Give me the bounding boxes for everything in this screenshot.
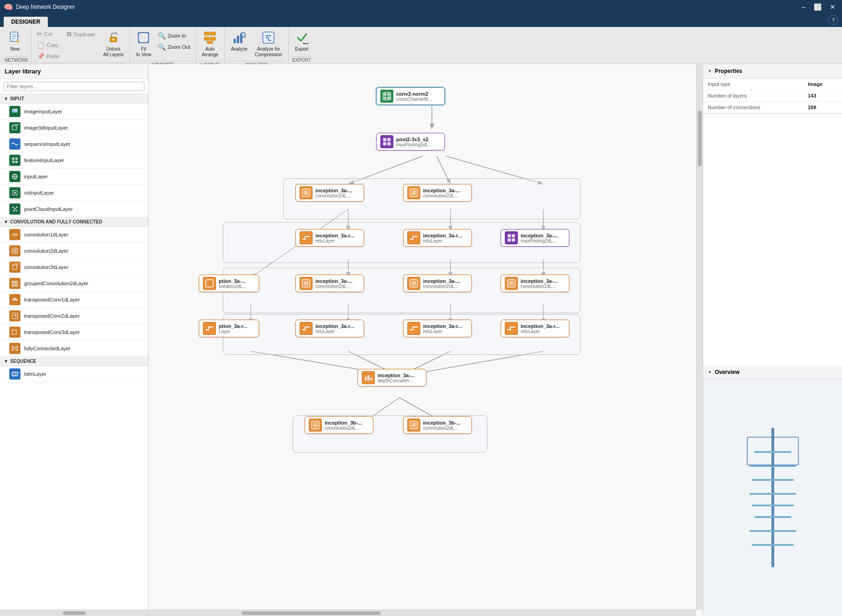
category-input[interactable]: ▼ INPUT [0, 94, 148, 104]
node-pool2[interactable]: pool2-3x3_s2 maxPooling2dL... [376, 133, 445, 151]
svg-rect-44 [14, 192, 16, 194]
node-inc3a-conv1[interactable]: inception_3a-... convolution2dL... [295, 184, 364, 202]
layer-groupedConvolution2dLayer-icon [9, 278, 20, 289]
node-inc3a-conv3[interactable]: inception_3a-... convolution2dL... [295, 275, 364, 292]
node-inc3b-conv1[interactable]: inception_3b-... convolution2dL... [305, 416, 373, 434]
node-inc3b-conv2[interactable]: inception_3b-... convolution2dL... [403, 416, 472, 434]
layer-convolution2dLayer-label: convolution2dLayer [24, 248, 68, 254]
category-input-items: imageInputLayer image3dInputLayer sequen… [0, 104, 148, 217]
layer-fullyConnectedLayer-icon [9, 343, 20, 354]
properties-header[interactable]: ▼ Properties [703, 64, 842, 79]
layer-transposedConv3dLayer[interactable]: transposedConv3dLayer [0, 324, 148, 341]
overview-collapse-icon: ▼ [708, 370, 712, 374]
help-button[interactable]: ? [828, 15, 838, 25]
zoom-in-label: Zoom In [168, 33, 186, 39]
node-inc3a-conv5[interactable]: inception_3a-... convolution2dL... [501, 275, 569, 292]
layer-inputLayer[interactable]: inputLayer [0, 169, 148, 185]
layer-sequenceInputLayer[interactable]: sequenceInputLayer [0, 136, 148, 152]
layer-transposedConv2dLayer[interactable]: transposedConv2dLayer [0, 308, 148, 324]
close-button[interactable]: ✕ [827, 2, 838, 12]
node-conv2-norm2-info: conv2-norm2 crossChannelN... [396, 91, 432, 102]
copy-button[interactable]: 📋 Copy [34, 40, 62, 50]
layer-imageInputLayer[interactable]: imageInputLayer [0, 104, 148, 120]
svg-rect-146 [301, 324, 311, 333]
layer-transposedConv1dLayer[interactable]: transposedConv1dLayer [0, 292, 148, 308]
layer-fullyConnectedLayer[interactable]: fullyConnectedLayer [0, 341, 148, 357]
node-inc3a-relu1[interactable]: inception_3a-r... reluLayer [295, 229, 364, 247]
svg-rect-147 [409, 324, 418, 333]
node-inc3a-relu2[interactable]: inception_3a-r... reluLayer [403, 229, 472, 247]
svg-rect-128 [409, 233, 418, 242]
svg-rect-167 [752, 544, 794, 546]
category-conv[interactable]: ▼ CONVOLUTION AND FULLY CONNECTED [0, 217, 148, 227]
node-inc3a-conv2[interactable]: inception_3a-... convolution2dL... [403, 184, 472, 202]
node-inc3a-conv-clipped[interactable]: ption_3a-... volution2dL... [199, 275, 259, 292]
tab-designer[interactable]: DESIGNER [4, 17, 48, 27]
category-sequence[interactable]: ▼ SEQUENCE [0, 357, 148, 366]
layer-pointCloudInputLayer[interactable]: pointCloudInputLayer [0, 201, 148, 217]
layer-convolution2dLayer[interactable]: convolution2dLayer [0, 243, 148, 259]
app-logo-icon: 🧠 [4, 3, 13, 12]
export-button[interactable]: Export [292, 29, 312, 54]
property-key-input-type: Input type [703, 79, 803, 90]
svg-rect-15 [237, 36, 239, 43]
node-inc3a-conv4[interactable]: inception_3a-... convolution2dL... [403, 275, 472, 292]
node-inc3b-conv1-name: inception_3b-... [325, 420, 362, 426]
maximize-button[interactable]: ⬜ [811, 2, 824, 12]
layer-groupedConvolution2dLayer[interactable]: groupedConvolution2dLayer [0, 275, 148, 292]
left-panel-scrollbar[interactable] [0, 609, 148, 616]
canvas-scroll-x[interactable] [149, 609, 696, 616]
fit-to-view-label: Fitto View [136, 46, 151, 58]
zoom-out-button[interactable]: 🔍 Zoom Out [156, 42, 193, 52]
node-inc3a-relu4[interactable]: inception_3a-r... reluLayer [403, 320, 472, 337]
layer-image3dInputLayer[interactable]: image3dInputLayer [0, 120, 148, 136]
cut-button[interactable]: ✂ Cut [34, 29, 62, 39]
node-inc3a-relu5[interactable]: inception_3a-r... reluLayer [501, 320, 569, 337]
layer-featureInputLayer[interactable]: featureInputLayer [0, 152, 148, 169]
svg-rect-119 [383, 142, 386, 145]
node-inc3a-conv1-info: inception_3a-... convolution2dL... [315, 188, 352, 198]
overview-content[interactable] [703, 380, 842, 616]
duplicate-button[interactable]: ⧉ Duplicate [65, 29, 97, 39]
analyze-compression-button[interactable]: Analyze forCompression [252, 29, 286, 60]
analyze-button[interactable]: Analyze [228, 29, 251, 54]
unlock-button[interactable]: UnlockAll Layers [100, 29, 127, 60]
layer-roiInputLayer[interactable]: roiInputLayer [0, 185, 148, 201]
paste-button[interactable]: 📌 Paste [34, 51, 62, 61]
layer-lstmLayer[interactable]: lstmLayer [0, 366, 148, 382]
overview-header[interactable]: ▼ Overview [703, 365, 842, 380]
fit-to-view-button[interactable]: Fitto View [133, 29, 155, 60]
node-inc3a-relu3[interactable]: inception_3a-r... reluLayer [295, 320, 364, 337]
layer-pointCloudInputLayer-label: pointCloudInputLayer [24, 206, 73, 212]
layer-transposedConv2dLayer-icon [9, 310, 20, 321]
layer-convolution3dLayer[interactable]: convolution3dLayer [0, 259, 148, 275]
properties-collapse-icon: ▼ [708, 69, 712, 73]
node-inc3b-conv2-info: inception_3b-... convolution2dL... [423, 420, 461, 431]
svg-point-78 [16, 346, 18, 348]
canvas-scroll-y[interactable] [696, 64, 703, 609]
canvas-scroll[interactable]: conv2-norm2 crossChannelN... pool2-3x3_s… [149, 64, 703, 616]
properties-table: Input type Image Number of layers 143 Nu… [703, 79, 842, 113]
new-button[interactable]: + New [5, 29, 25, 54]
new-icon: + [8, 31, 21, 46]
node-conv2-norm2[interactable]: conv2-norm2 crossChannelN... [376, 87, 445, 105]
node-inc3a-relu-clip[interactable]: ption_3a-r... Layer [199, 320, 259, 337]
node-inc3b-conv2-name: inception_3b-... [423, 420, 461, 426]
svg-point-47 [14, 208, 16, 210]
node-inc3b-conv2-type: convolution2dL... [423, 426, 461, 431]
node-inc3a-conv3-icon [300, 277, 313, 290]
export-icon [295, 31, 308, 46]
node-inc3a-pool[interactable]: inception_3a-... maxPooling2dL... [501, 229, 569, 247]
cut-icon: ✂ [37, 30, 42, 38]
layer-convolution1dLayer[interactable]: convolution1dLayer [0, 227, 148, 243]
svg-point-7 [112, 39, 114, 40]
node-inc3a-depth[interactable]: inception_3a-... depthConcaten... [358, 369, 426, 387]
layer-inputLayer-label: inputLayer [24, 174, 48, 179]
layer-groupedConvolution2dLayer-label: groupedConvolution2dLayer [24, 281, 88, 286]
zoom-in-button[interactable]: 🔍 Zoom In [156, 31, 193, 41]
node-inc3a-pool-info: inception_3a-... maxPooling2dL... [521, 233, 558, 243]
filter-input[interactable] [4, 82, 144, 91]
canvas-area[interactable]: conv2-norm2 crossChannelN... pool2-3x3_s… [149, 64, 703, 616]
auto-arrange-button[interactable]: AutoArrange [199, 29, 222, 60]
minimize-button[interactable]: – [799, 2, 808, 12]
